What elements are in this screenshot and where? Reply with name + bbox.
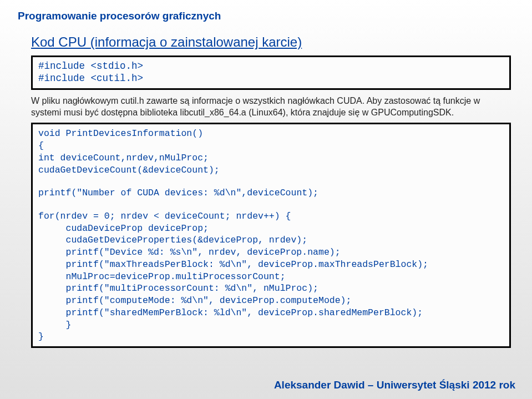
- code-line: printf("multiProcessorCount: %d\n", nMul…: [38, 282, 504, 295]
- code-line: printf("sharedMemPerBlock: %ld\n", devic…: [38, 307, 504, 319]
- code-line: #include <cutil.h>: [38, 73, 504, 85]
- code-line: #include <stdio.h>: [38, 60, 504, 73]
- code-box-includes: #include <stdio.h> #include <cutil.h>: [31, 55, 511, 90]
- code-line: nMulProc=deviceProp.multiProcessorCount;: [38, 271, 504, 283]
- code-line: printf("computeMode: %d\n", deviceProp.c…: [38, 295, 504, 307]
- header-title: Programowanie procesorów graficznych: [18, 10, 514, 22]
- code-blank-line: [38, 176, 504, 187]
- code-line: cudaGetDeviceProperties(&deviceProp, nrd…: [38, 234, 504, 246]
- code-line: printf("Number of CUDA devices: %d\n",de…: [38, 187, 504, 199]
- section-title: Kod CPU (informacja o zainstalowanej kar…: [31, 34, 514, 50]
- code-line: void PrintDevicesInformation(): [38, 128, 504, 140]
- note-paragraph: W pliku nagłówkowym cutil.h zawarte są i…: [31, 95, 492, 119]
- code-line: int deviceCount,nrdev,nMulProc;: [38, 152, 504, 164]
- code-line: for(nrdev = 0; nrdev < deviceCount; nrde…: [38, 210, 504, 223]
- code-line: }: [38, 319, 504, 331]
- code-line: }: [38, 331, 504, 343]
- code-line: cudaDeviceProp deviceProp;: [38, 223, 504, 235]
- code-blank-line: [38, 199, 504, 210]
- code-line: cudaGetDeviceCount(&deviceCount);: [38, 164, 504, 176]
- code-box-function: void PrintDevicesInformation() { int dev…: [31, 123, 511, 348]
- code-line: {: [38, 140, 504, 152]
- slide-page: Programowanie procesorów graficznych Kod…: [0, 0, 532, 348]
- footer-text: Aleksander Dawid – Uniwersytet Śląski 20…: [274, 379, 515, 391]
- code-line: printf("Device %d: %s\n", nrdev, deviceP…: [38, 246, 504, 259]
- code-line: printf("maxThreadsPerBlock: %d\n", devic…: [38, 259, 504, 271]
